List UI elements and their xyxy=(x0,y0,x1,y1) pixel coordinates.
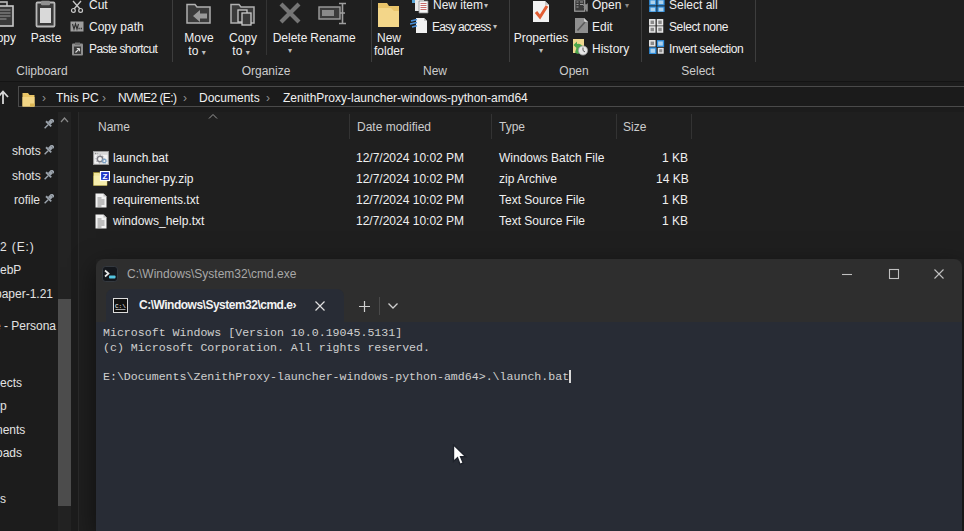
svg-text:C:\: C:\ xyxy=(115,303,126,310)
svg-text:Z: Z xyxy=(103,172,108,181)
